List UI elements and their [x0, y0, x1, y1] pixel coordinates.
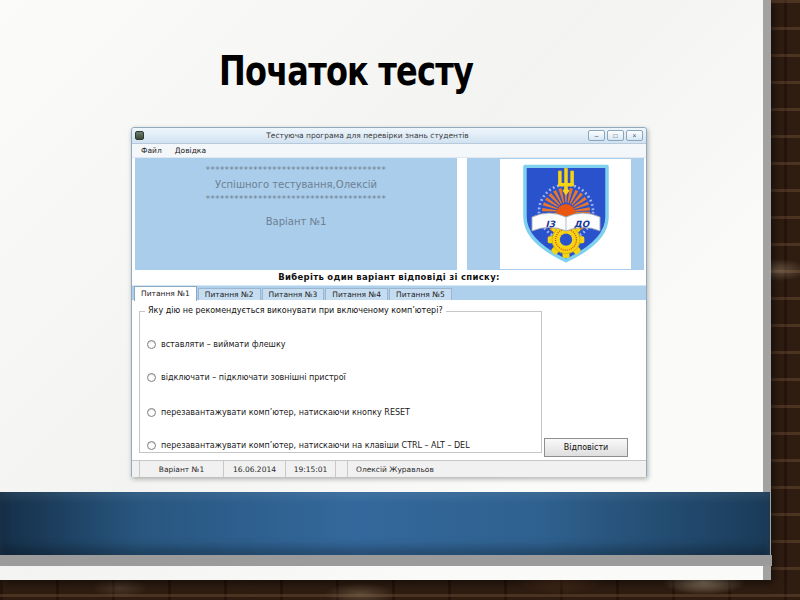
status-variant: Варіант №1	[140, 461, 224, 477]
radio-icon[interactable]	[147, 441, 156, 450]
app-icon	[135, 131, 144, 140]
greeting-message: Успішного тестування,Олексій	[135, 177, 457, 193]
status-date: 16.06.2014	[224, 461, 286, 477]
stars-line: **************************************	[135, 193, 457, 206]
status-user: Олексій Журавльов	[348, 461, 646, 477]
radio-icon[interactable]	[147, 408, 156, 417]
option-label: відключати – підключати зовнішні пристро…	[161, 373, 346, 382]
option-label: перезавантажувати комп’ютер, натискаючи …	[161, 408, 410, 417]
minimize-button[interactable]: –	[588, 130, 605, 141]
question-panel: Яку дію не рекомендується виконувати при…	[132, 300, 646, 460]
minimize-icon: –	[595, 132, 599, 140]
question-text: Яку дію не рекомендується виконувати при…	[145, 306, 446, 315]
status-spacer	[132, 461, 140, 477]
app-window: Тестуюча програма для перевірки знань ст…	[131, 127, 647, 477]
top-panels: ************************************** У…	[132, 158, 646, 270]
slide-title: Початок тесту	[69, 48, 623, 94]
window-controls: – □ ×	[588, 130, 643, 141]
option-label: вставляти – виймати флешку	[161, 340, 285, 349]
menu-file[interactable]: Файл	[136, 145, 167, 156]
emblem-shield-icon: ІЗ ДО	[518, 161, 614, 266]
answer-option-1[interactable]: вставляти – виймати флешку	[147, 340, 285, 349]
variant-label: Варіант №1	[135, 216, 457, 227]
book-text-left: ІЗ	[545, 219, 555, 229]
tab-question-1[interactable]: Питання №1	[134, 286, 197, 301]
book-text-right: ДО	[574, 219, 591, 229]
university-emblem: ІЗ ДО	[500, 159, 631, 269]
status-bar: Варіант №1 16.06.2014 19:15:01 Олексій Ж…	[132, 460, 646, 477]
close-button[interactable]: ×	[626, 130, 643, 141]
window-titlebar[interactable]: Тестуюча програма для перевірки знань ст…	[132, 128, 646, 144]
window-title: Тестуюча програма для перевірки знань ст…	[147, 131, 588, 140]
bottom-accent-bar	[0, 492, 770, 555]
answer-option-3[interactable]: перезавантажувати комп’ютер, натискаючи …	[147, 408, 410, 417]
question-tabs: Питання №1 Питання №2 Питання №3 Питання…	[132, 285, 646, 300]
instruction-text: Виберіть один варіант відповіді зі списк…	[132, 270, 646, 285]
menu-bar: Файл Довідка	[132, 144, 646, 158]
greeting-panel: ************************************** У…	[135, 158, 457, 270]
brick-background: Початок тесту Тестуюча програма для пере…	[0, 0, 800, 600]
status-spacer	[336, 461, 348, 477]
maximize-icon: □	[614, 132, 618, 140]
answer-button[interactable]: Відповісти	[544, 438, 628, 457]
bottom-bar-shadow	[0, 555, 772, 566]
menu-help[interactable]: Довідка	[170, 145, 211, 156]
radio-icon[interactable]	[147, 340, 156, 349]
close-icon: ×	[633, 132, 637, 140]
status-time: 19:15:01	[286, 461, 336, 477]
maximize-button[interactable]: □	[607, 130, 624, 141]
answer-option-2[interactable]: відключати – підключати зовнішні пристро…	[147, 373, 346, 382]
radio-icon[interactable]	[147, 373, 156, 382]
answer-option-4[interactable]: перезавантажувати комп’ютер, натискаючи …	[147, 441, 470, 450]
emblem-panel: ІЗ ДО	[467, 158, 644, 270]
slide: Початок тесту Тестуюча програма для пере…	[0, 0, 771, 580]
stars-line: **************************************	[135, 164, 457, 177]
question-groupbox: Яку дію не рекомендується виконувати при…	[139, 311, 542, 453]
option-label: перезавантажувати комп’ютер, натискаючи …	[161, 441, 470, 450]
